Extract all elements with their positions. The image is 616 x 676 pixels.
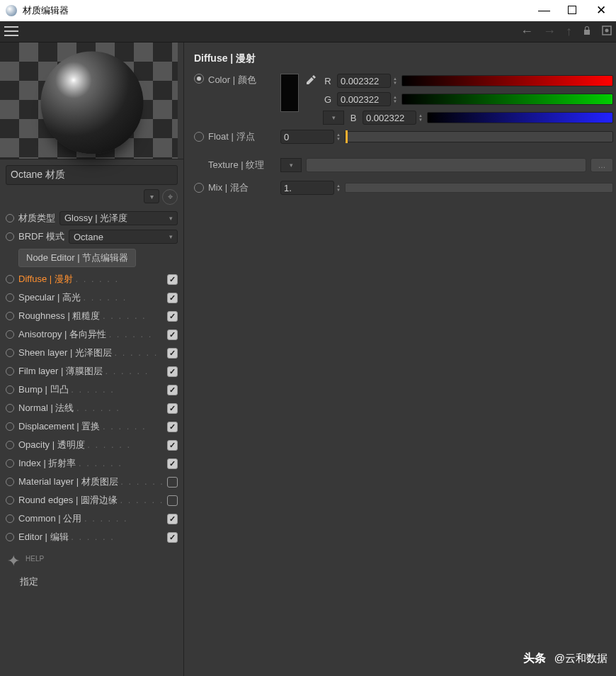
anim-dot[interactable] [6, 533, 14, 541]
b-spinner[interactable]: ▲▼ [418, 113, 423, 122]
mix-spinner[interactable]: ▲▼ [336, 184, 341, 192]
g-input[interactable]: 0.002322 [337, 92, 391, 106]
channel-checkbox[interactable] [167, 385, 178, 395]
g-slider[interactable] [401, 94, 613, 105]
channel-checkbox[interactable] [167, 348, 178, 359]
material-type-label: 材质类型 [18, 212, 55, 225]
material-name-field[interactable]: Octane 材质 [6, 165, 178, 185]
r-spinner[interactable]: ▲▼ [393, 77, 397, 85]
channel-checkbox[interactable] [167, 532, 178, 543]
anim-dot[interactable] [6, 441, 14, 449]
lock-icon[interactable] [582, 24, 592, 39]
channel-label: Editor | 编辑 . . . . . . [18, 531, 163, 543]
anim-dot[interactable] [6, 330, 14, 339]
help-icon[interactable]: ✦ [7, 552, 20, 570]
anim-dot[interactable] [6, 478, 14, 486]
brdf-combo[interactable]: Octane▾ [69, 230, 178, 244]
channel-row[interactable]: Sheen layer | 光泽图层 . . . . . . [6, 344, 178, 362]
up-icon[interactable]: ↑ [566, 24, 572, 39]
channel-row[interactable]: Material layer | 材质图层 . . . . . . [6, 473, 178, 491]
channel-checkbox[interactable] [167, 329, 178, 340]
window-title: 材质编辑器 [23, 4, 69, 17]
anim-dot[interactable] [6, 422, 14, 431]
channel-row[interactable]: Normal | 法线 . . . . . . [6, 399, 178, 417]
float-input[interactable]: 0 [280, 130, 334, 144]
channel-list: Diffuse | 漫射 . . . . . .Specular | 高光 . … [0, 270, 183, 546]
float-spinner[interactable]: ▲▼ [336, 133, 341, 141]
channel-checkbox[interactable] [167, 403, 178, 414]
channel-row[interactable]: Common | 公用 . . . . . . [6, 509, 178, 528]
float-radio[interactable] [194, 132, 204, 142]
channel-row[interactable]: Diffuse | 漫射 . . . . . . [6, 270, 178, 288]
anim-dot[interactable] [6, 459, 14, 468]
back-icon[interactable]: ← [520, 24, 533, 39]
b-swatch-combo[interactable]: ▾ [323, 111, 344, 125]
channel-row[interactable]: Bump | 凹凸 . . . . . . [6, 381, 178, 399]
r-slider[interactable] [401, 75, 613, 86]
mix-radio[interactable] [194, 183, 204, 193]
anim-dot[interactable] [6, 214, 14, 222]
channel-row[interactable]: Specular | 高光 . . . . . . [6, 288, 178, 307]
b-input[interactable]: 0.002322 [363, 111, 416, 125]
texture-path-field[interactable] [306, 158, 586, 172]
material-preview[interactable] [0, 43, 183, 159]
channel-row[interactable]: Film layer | 薄膜图层 . . . . . . [6, 362, 178, 381]
preview-size-combo[interactable]: ▾ [144, 189, 159, 203]
color-swatch[interactable] [280, 74, 299, 112]
channel-row[interactable]: Anisotropy | 各向异性 . . . . . . [6, 325, 178, 344]
mix-slider[interactable] [345, 183, 613, 193]
menu-icon[interactable] [4, 26, 18, 38]
color-radio[interactable] [194, 74, 204, 84]
anim-dot[interactable] [6, 312, 14, 320]
anim-dot[interactable] [6, 385, 14, 394]
channel-checkbox[interactable] [167, 458, 178, 469]
channel-row[interactable]: Editor | 编辑 . . . . . . [6, 528, 178, 546]
r-input[interactable]: 0.002322 [337, 74, 391, 88]
anim-dot[interactable] [6, 404, 14, 412]
g-spinner[interactable]: ▲▼ [393, 95, 397, 103]
texture-browse-button[interactable]: … [591, 158, 613, 172]
minimize-button[interactable]: — [538, 6, 548, 16]
float-slider[interactable] [345, 131, 613, 142]
brdf-label: BRDF 模式 [18, 230, 64, 243]
channel-checkbox[interactable] [167, 477, 178, 488]
anim-dot[interactable] [6, 367, 14, 376]
maximize-button[interactable] [568, 6, 576, 14]
channel-row[interactable]: Roughness | 粗糙度 . . . . . . [6, 307, 178, 325]
material-type-combo[interactable]: Glossy | 光泽度▾ [59, 211, 178, 225]
channel-checkbox[interactable] [167, 440, 178, 451]
channel-label: Anisotropy | 各向异性 . . . . . . [18, 328, 163, 341]
anim-dot[interactable] [6, 293, 14, 302]
channel-row[interactable]: Index | 折射率 . . . . . . [6, 454, 178, 473]
channel-checkbox[interactable] [167, 495, 178, 506]
help-label: HELP [25, 555, 183, 563]
node-editor-button[interactable]: Node Editor | 节点编辑器 [18, 249, 136, 267]
mix-input[interactable]: 1. [280, 181, 334, 195]
channel-label: Round edges | 圆滑边缘 . . . . . . [18, 494, 163, 507]
close-button[interactable]: ✕ [596, 6, 606, 16]
color-label: Color | 颜色 [208, 74, 276, 86]
anim-dot[interactable] [6, 496, 14, 505]
anim-dot[interactable] [6, 514, 14, 523]
channel-checkbox[interactable] [167, 274, 178, 285]
channel-row[interactable]: Opacity | 透明度 . . . . . . [6, 436, 178, 454]
channel-checkbox[interactable] [167, 311, 178, 322]
content-panel: Diffuse | 漫射 Color | 颜色 R 0.002322 ▲▼ G … [184, 43, 616, 676]
texture-arrow-button[interactable]: ▾ [280, 158, 302, 172]
anim-dot[interactable] [6, 349, 14, 357]
anim-dot[interactable] [6, 232, 14, 241]
channel-row[interactable]: Displacement | 置换 . . . . . . [6, 417, 178, 436]
anim-dot[interactable] [6, 275, 14, 283]
channel-checkbox[interactable] [167, 366, 178, 377]
forward-icon[interactable]: → [543, 24, 556, 39]
channel-checkbox[interactable] [167, 422, 178, 432]
eyedropper-icon[interactable] [304, 74, 317, 90]
channel-row[interactable]: Round edges | 圆滑边缘 . . . . . . [6, 491, 178, 509]
channel-checkbox[interactable] [167, 293, 178, 303]
svg-point-1 [605, 29, 609, 33]
panel-icon[interactable] [602, 24, 612, 39]
channel-checkbox[interactable] [167, 514, 178, 524]
assign-button[interactable]: 指定 [20, 575, 183, 588]
b-slider[interactable] [427, 112, 613, 123]
target-icon[interactable]: ⌖ [162, 189, 178, 205]
